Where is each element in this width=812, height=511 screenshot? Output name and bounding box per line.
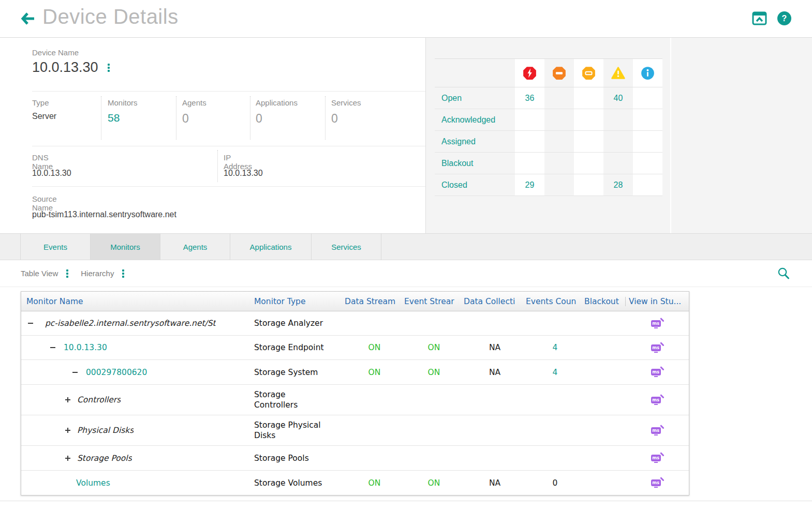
summary-row-blackout: Blackout (435, 153, 662, 174)
back-button[interactable] (21, 11, 37, 26)
monitoring-studio-icon[interactable]: ms (651, 453, 664, 463)
stat-label: Agents (182, 98, 206, 107)
device-name-value: 10.0.13.30 (32, 59, 98, 76)
source-value: pub-tsim113.internal.sentrysoftware.net (32, 210, 176, 219)
data-stream-value: ON (345, 478, 404, 488)
summary-count (574, 87, 603, 109)
summary-row-assigned: Assigned (435, 131, 662, 153)
device-menu-kebab-icon[interactable] (107, 63, 111, 73)
summary-count[interactable]: 29 (515, 174, 544, 196)
warning-icon (603, 59, 633, 87)
tabbar-spacer (0, 234, 21, 260)
event-stream-value: ON (404, 478, 464, 488)
tab-applications[interactable]: Applications (230, 234, 312, 260)
col-monitor-name[interactable]: Monitor Name (21, 297, 254, 306)
help-icon[interactable] (777, 11, 791, 25)
monitor-name-link[interactable]: Volumes (76, 478, 110, 488)
tab-services[interactable]: Services (312, 234, 381, 260)
stat-value: 0 (331, 112, 338, 126)
monitor-type: Storage Pools (254, 453, 309, 463)
search-icon[interactable] (777, 267, 790, 280)
summary-corner (435, 59, 515, 87)
events-count-link[interactable]: 4 (526, 343, 584, 352)
events-count-link[interactable]: 4 (526, 368, 584, 377)
collapse-icon[interactable] (27, 320, 34, 326)
summary-count (544, 174, 574, 196)
monitoring-studio-icon[interactable]: ms (651, 395, 664, 405)
tab-monitors[interactable]: Monitors (91, 234, 160, 260)
summary-count (633, 131, 662, 152)
hierarchy-kebab-icon[interactable] (121, 268, 125, 279)
detail-tabs: Events Monitors Agents Applications Serv… (0, 233, 812, 260)
summary-row-label[interactable]: Assigned (435, 131, 515, 152)
events-count-value: 0 (526, 478, 584, 488)
table-view-kebab-icon[interactable] (65, 268, 69, 279)
summary-count[interactable]: 36 (515, 87, 544, 109)
stat-label: Applications (256, 98, 298, 107)
collapse-icon[interactable] (50, 344, 56, 351)
monitoring-studio-icon[interactable]: ms (651, 318, 664, 329)
summary-count[interactable]: 40 (603, 87, 633, 109)
monitor-name-link[interactable]: 000297800620 (86, 368, 147, 377)
panel-divider (670, 38, 671, 233)
col-events-count[interactable]: Events Coun (526, 297, 584, 306)
stat-label: Monitors (108, 98, 138, 107)
table-view-label: Table View (21, 269, 58, 278)
summary-count (603, 153, 633, 174)
tab-agents[interactable]: Agents (160, 234, 230, 260)
monitor-name-link[interactable]: 10.0.13.30 (64, 343, 107, 352)
col-blackout[interactable]: Blackout (584, 297, 625, 306)
summary-row-label[interactable]: Open (435, 87, 515, 109)
table-row: 10.0.13.30 Storage Endpoint ON ON NA 4 m… (21, 336, 689, 360)
device-name-label: Device Name (32, 48, 79, 57)
device-stats: Type Server Monitors 58 Agents 0 Applica… (21, 91, 425, 146)
expand-icon[interactable] (65, 455, 71, 461)
device-info-panel: Device Name 10.0.13.30 Type Server Monit… (21, 38, 425, 233)
tab-events[interactable]: Events (21, 234, 91, 260)
ms-icon-label: ms (651, 397, 661, 403)
table-row: Storage Pools Storage Pools ms (21, 446, 689, 471)
window-chevron-icon (752, 11, 767, 25)
col-data-collection[interactable]: Data Collecti (464, 297, 526, 306)
stat-value-monitors[interactable]: 58 (108, 112, 120, 124)
ms-icon-label: ms (651, 369, 661, 375)
ms-icon-label: ms (651, 427, 661, 434)
summary-count (574, 131, 603, 152)
monitors-table-header: Monitor Name Monitor Type Data Stream Ev… (21, 292, 689, 311)
col-event-stream[interactable]: Event Strear (404, 297, 464, 306)
device-overview-section: Device Name 10.0.13.30 Type Server Monit… (0, 38, 812, 233)
table-row: pc-isabelle2.internal.sentrysoftware.net… (21, 311, 689, 336)
event-stream-value: ON (404, 368, 464, 377)
summary-row-label[interactable]: Acknowledged (435, 109, 515, 130)
col-monitor-type[interactable]: Monitor Type (254, 297, 345, 306)
summary-row-label[interactable]: Blackout (435, 153, 515, 174)
monitoring-studio-icon[interactable]: ms (651, 342, 664, 353)
open-in-studio-button[interactable] (752, 11, 767, 25)
monitoring-studio-icon[interactable]: ms (651, 477, 664, 488)
monitor-type: Storage Controllers (254, 389, 329, 410)
data-collection-value: NA (464, 478, 526, 488)
col-data-stream[interactable]: Data Stream (345, 297, 404, 306)
ms-icon-label: ms (651, 320, 661, 327)
monitor-name: pc-isabelle2.internal.sentrysoftware.net… (45, 319, 216, 328)
table-row: Controllers Storage Controllers ms (21, 385, 689, 415)
expand-icon[interactable] (65, 397, 71, 403)
data-stream-value: ON (345, 368, 404, 377)
summary-count (515, 131, 544, 152)
summary-row-label[interactable]: Closed (435, 174, 515, 196)
monitoring-studio-icon[interactable]: ms (651, 425, 664, 436)
data-stream-value: ON (345, 343, 404, 352)
monitoring-studio-icon[interactable]: ms (651, 367, 664, 378)
col-view-in-studio[interactable]: View in Stu... (625, 297, 689, 306)
expand-icon[interactable] (65, 427, 71, 433)
ms-icon-label: ms (651, 455, 661, 461)
summary-count (544, 109, 574, 130)
monitors-toolbar: Table View Hierarchy (0, 260, 812, 287)
arrow-left-icon (21, 11, 37, 26)
summary-count (544, 87, 574, 109)
summary-row-closed: Closed 29 28 (435, 174, 662, 196)
collapse-icon[interactable] (72, 369, 78, 375)
summary-count (544, 131, 574, 152)
data-collection-value: NA (464, 368, 526, 377)
summary-count[interactable]: 28 (603, 174, 633, 196)
